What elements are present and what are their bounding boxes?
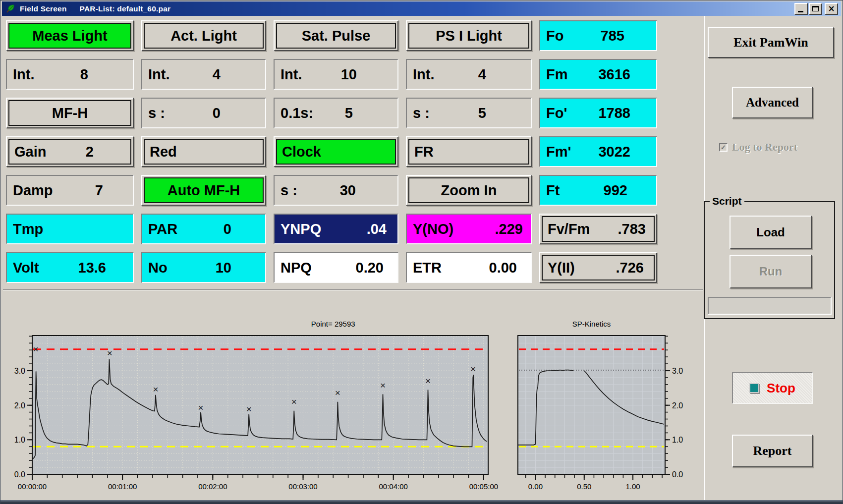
- log-to-report-row: ✓ Log to Report: [719, 141, 797, 154]
- gain-button-label: Gain: [14, 144, 46, 160]
- window-bottom-edge: [0, 500, 843, 504]
- yno-readout-value: .229: [495, 221, 523, 237]
- close-icon: ×: [826, 3, 837, 13]
- svg-text:×: ×: [246, 404, 252, 414]
- ps1-light-button-label: PS I Light: [436, 28, 502, 44]
- log-to-report-checkbox[interactable]: ✓: [719, 143, 728, 152]
- yii-readout[interactable]: Y(II).726: [539, 252, 657, 283]
- sat-intensity-field: Int.10: [274, 59, 398, 90]
- clock-button[interactable]: Clock: [274, 136, 398, 167]
- clock-interval-field-label: s :: [281, 182, 297, 199]
- fm-prime-readout-value: 3022: [598, 144, 630, 160]
- act-light-button-label: Act. Light: [170, 28, 237, 44]
- sat-width-field-label: 0.1s:: [281, 105, 313, 121]
- script-progress-bar: [708, 297, 832, 315]
- close-button[interactable]: ×: [825, 3, 838, 15]
- act-light-button[interactable]: Act. Light: [141, 20, 266, 51]
- ps1-intensity-field-label: Int.: [413, 66, 435, 83]
- control-grid: Meas LightAct. LightSat. PulsePS I Light…: [6, 20, 657, 283]
- svg-text:Point= 29593: Point= 29593: [311, 320, 355, 328]
- ps1-intensity-field: Int.4: [406, 59, 532, 90]
- fo-prime-readout-value: 1788: [598, 105, 630, 121]
- red-light-button[interactable]: Red: [141, 136, 266, 167]
- svg-text:00:05:00: 00:05:00: [469, 482, 498, 491]
- fvfm-readout-value: .783: [618, 221, 646, 237]
- volt-readout-label: Volt: [13, 260, 39, 276]
- ynpq-readout-label: YNPQ: [281, 221, 321, 237]
- par-readout: PAR0: [141, 214, 266, 244]
- fvfm-readout[interactable]: Fv/Fm.783: [539, 214, 657, 244]
- fvfm-readout-label: Fv/Fm: [548, 221, 590, 237]
- ynpq-readout-value: .04: [367, 221, 387, 237]
- damp-field-label: Damp: [13, 182, 53, 199]
- svg-text:0.0: 0.0: [14, 470, 25, 479]
- fr-button[interactable]: FR: [406, 136, 532, 167]
- gain-button-value: 2: [86, 144, 94, 160]
- script-group: Script Load Run: [704, 201, 835, 319]
- zoom-in-button[interactable]: Zoom In: [406, 175, 532, 206]
- svg-text:1.0: 1.0: [14, 436, 25, 444]
- svg-text:×: ×: [153, 384, 158, 394]
- maximize-button[interactable]: [809, 3, 822, 15]
- fm-prime-readout-label: Fm': [546, 144, 571, 160]
- maximize-icon: [812, 6, 819, 11]
- fo-prime-readout-label: Fo': [546, 105, 567, 121]
- fm-readout-label: Fm: [546, 66, 568, 83]
- volt-readout-value: 13.6: [78, 260, 106, 276]
- stop-square-icon: [749, 383, 759, 393]
- advanced-button[interactable]: Advanced: [732, 87, 813, 118]
- report-button[interactable]: Report: [732, 435, 813, 467]
- auto-mf-h-button[interactable]: Auto MF-H: [141, 175, 266, 206]
- act-intensity-field: Int.4: [141, 59, 266, 90]
- script-load-button[interactable]: Load: [730, 216, 812, 249]
- act-seconds-field-label: s :: [148, 105, 165, 121]
- svg-text:00:01:00: 00:01:00: [108, 482, 137, 491]
- damp-field-value: 7: [95, 182, 103, 199]
- no-readout-label: No: [148, 260, 168, 276]
- yii-readout-label: Y(II): [548, 260, 575, 276]
- act-intensity-field-label: Int.: [148, 66, 170, 83]
- par-readout-label: PAR: [148, 221, 177, 237]
- svg-text:×: ×: [425, 376, 431, 386]
- no-readout: No10: [141, 252, 266, 283]
- script-run-button[interactable]: Run: [730, 255, 812, 288]
- ps1-light-button[interactable]: PS I Light: [406, 20, 532, 51]
- yii-readout-value: .726: [616, 260, 644, 276]
- svg-text:00:04:00: 00:04:00: [379, 482, 408, 491]
- fm-prime-readout: Fm'3022: [539, 136, 657, 167]
- sp-kinetics-chart: 0.000.501.000.01.02.03.0SP-Kinetics: [498, 313, 701, 494]
- ft-readout-label: Ft: [546, 182, 560, 199]
- svg-text:2.0: 2.0: [672, 401, 683, 410]
- mf-h-button-label: MF-H: [52, 105, 88, 121]
- clock-button-label: Clock: [282, 144, 321, 160]
- gain-button[interactable]: Gain2: [6, 136, 134, 167]
- ps1-seconds-field-value: 5: [478, 105, 486, 121]
- fr-button-label: FR: [414, 144, 434, 160]
- window-subtitle: PAR-List: default_60.par: [80, 4, 171, 13]
- meas-light-button[interactable]: Meas Light: [6, 20, 134, 51]
- exit-pamwin-button[interactable]: Exit PamWin: [708, 27, 834, 58]
- sat-pulse-button[interactable]: Sat. Pulse: [274, 20, 398, 51]
- minimize-button[interactable]: [794, 3, 808, 15]
- tmp-readout: Tmp: [6, 214, 134, 244]
- fm-readout: Fm3616: [539, 59, 657, 90]
- clock-interval-field-value: 30: [340, 182, 356, 199]
- volt-readout: Volt13.6: [6, 252, 134, 283]
- red-light-button-label: Red: [150, 144, 177, 160]
- sat-width-field: 0.1s:5: [274, 98, 398, 128]
- fo-readout-label: Fo: [546, 28, 563, 44]
- svg-text:00:02:00: 00:02:00: [198, 482, 227, 491]
- fo-readout-value: 785: [601, 28, 624, 44]
- stop-button[interactable]: Stop: [732, 372, 813, 404]
- svg-text:0.00: 0.00: [528, 482, 543, 491]
- svg-text:×: ×: [107, 348, 112, 358]
- ps1-seconds-field-label: s :: [413, 105, 430, 121]
- act-seconds-field: s :0: [141, 98, 266, 128]
- fo-prime-readout: Fo'1788: [539, 98, 657, 128]
- ps1-seconds-field: s :5: [406, 98, 532, 128]
- svg-text:00:03:00: 00:03:00: [288, 482, 317, 491]
- mf-h-button[interactable]: MF-H: [6, 98, 134, 128]
- svg-text:SP-Kinetics: SP-Kinetics: [572, 320, 611, 328]
- tmp-readout-label: Tmp: [13, 221, 43, 237]
- meas-intensity-field: Int.8: [6, 59, 134, 90]
